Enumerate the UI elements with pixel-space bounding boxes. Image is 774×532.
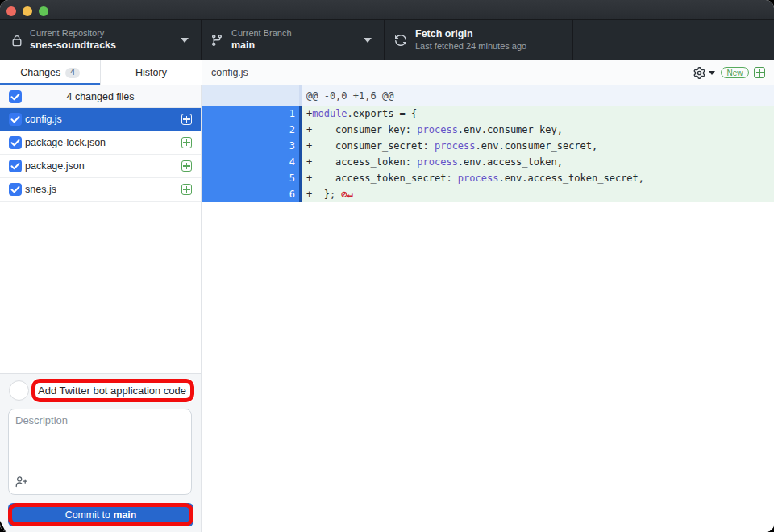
line-number: 5 [289, 172, 299, 184]
changes-count-badge: 4 [65, 68, 80, 78]
diff-line[interactable]: 3+ consumer_secret: process.env.consumer… [202, 138, 774, 154]
app-window: Current Repository snes-soundtracks Curr… [0, 0, 774, 532]
file-row-package-lock-json[interactable]: package-lock.json [0, 131, 201, 155]
hunk-gutter [202, 85, 299, 106]
diff-line-code: + consumer_secret: process.env.consumer_… [302, 138, 774, 154]
diff-view: @@ -0,0 +1,6 @@ 1+module.exports = {2+ c… [202, 85, 774, 202]
diff-line-gutter[interactable]: 3 [202, 138, 299, 154]
hunk-header-text: @@ -0,0 +1,6 @@ [302, 85, 774, 106]
diff-line-gutter[interactable]: 5 [202, 170, 299, 186]
add-coauthor-icon[interactable] [15, 476, 29, 488]
file-checkbox[interactable] [9, 160, 22, 172]
diff-file-name: config.js [211, 67, 693, 78]
lock-icon [12, 35, 22, 47]
diff-line-gutter[interactable]: 1 [202, 106, 299, 122]
file-name: config.js [25, 114, 181, 125]
summary-input[interactable] [38, 379, 193, 402]
line-number: 1 [289, 108, 299, 119]
diff-line-gutter[interactable]: 2 [202, 122, 299, 138]
diff-line-code: + }; ⊘↵ [302, 186, 774, 202]
tab-changes-label: Changes [20, 67, 60, 78]
file-row-package-json[interactable]: package.json [0, 155, 201, 178]
file-row-snes-js[interactable]: snes.js [0, 178, 201, 202]
new-status-badge: New [721, 67, 749, 79]
file-row-config-js[interactable]: config.js [0, 108, 201, 131]
sidebar-tabs: Changes 4 History [0, 60, 202, 85]
current-branch-value: main [231, 39, 292, 52]
mouse-cursor [0, 521, 7, 532]
line-number: 3 [289, 140, 299, 152]
zoom-button[interactable] [39, 6, 48, 16]
file-checkbox[interactable] [9, 136, 22, 149]
tab-history[interactable]: History [101, 60, 202, 85]
chevron-down-icon [364, 38, 372, 43]
commit-form: Commit to main [0, 373, 201, 532]
diff-line[interactable]: 5+ access_token_secret: process.env.acce… [202, 170, 774, 186]
diff-line-code: + access_token: process.env.access_token… [302, 154, 774, 170]
diff-file-header: config.js New [202, 60, 774, 85]
fetch-origin-title: Fetch origin [415, 28, 526, 41]
titlebar [0, 0, 774, 20]
main-pane: config.js New @@ -0,0 +1,6 @@ 1+module.e… [202, 60, 774, 532]
added-file-icon [181, 184, 193, 195]
line-number: 4 [289, 156, 299, 168]
diff-line[interactable]: 2+ consumer_key: process.env.consumer_ke… [202, 122, 774, 138]
description-input[interactable] [15, 414, 185, 471]
current-repository-value: snes-soundtracks [30, 39, 116, 52]
file-name: package-lock.json [25, 137, 181, 148]
sidebar: Changes 4 History 4 changed files config… [0, 60, 202, 532]
toolbar-spacer [573, 20, 774, 60]
tab-changes[interactable]: Changes 4 [0, 60, 101, 85]
file-checkbox[interactable] [9, 183, 22, 196]
fetch-origin-button[interactable]: Fetch origin Last fetched 24 minutes ago [385, 20, 573, 60]
current-repository-button[interactable]: Current Repository snes-soundtracks [0, 20, 202, 60]
current-branch-label: Current Branch [231, 28, 292, 39]
current-branch-button[interactable]: Current Branch main [202, 20, 385, 60]
file-checkbox[interactable] [9, 113, 22, 126]
diff-line[interactable]: 6+ }; ⊘↵ [202, 186, 774, 202]
line-number: 2 [289, 124, 299, 135]
avatar [9, 380, 29, 401]
added-file-icon [181, 160, 193, 172]
commit-button[interactable]: Commit to main [8, 503, 194, 526]
git-branch-icon [210, 34, 223, 47]
changed-files-count: 4 changed files [0, 91, 201, 102]
chevron-down-icon [181, 38, 189, 43]
diff-line[interactable]: 4+ access_token: process.env.access_toke… [202, 154, 774, 170]
changed-files-header: 4 changed files [0, 85, 201, 108]
gear-icon[interactable] [693, 67, 705, 79]
fetch-origin-subtitle: Last fetched 24 minutes ago [415, 41, 526, 52]
chevron-down-icon[interactable] [709, 71, 715, 75]
diff-line-code: +module.exports = { [302, 106, 774, 122]
added-file-icon [181, 137, 193, 148]
commit-button-label: Commit to [65, 509, 110, 521]
line-number: 6 [289, 189, 299, 200]
diff-line-code: + consumer_key: process.env.consumer_key… [302, 122, 774, 138]
diff-line-gutter[interactable]: 6 [202, 186, 299, 202]
commit-button-branch: main [114, 509, 137, 521]
toolbar: Current Repository snes-soundtracks Curr… [0, 20, 774, 60]
hunk-header-row: @@ -0,0 +1,6 @@ [202, 85, 774, 106]
diff-line-code: + access_token_secret: process.env.acces… [302, 170, 774, 186]
summary-field [31, 379, 194, 402]
added-file-icon [181, 114, 193, 125]
diff-line-gutter[interactable]: 4 [202, 154, 299, 170]
minimize-button[interactable] [23, 6, 32, 16]
current-repository-label: Current Repository [30, 28, 116, 39]
plus-square-icon [754, 67, 765, 78]
sync-icon [394, 34, 407, 47]
tab-history-label: History [135, 67, 167, 78]
file-name: snes.js [25, 184, 181, 195]
diff-line[interactable]: 1+module.exports = { [202, 106, 774, 122]
select-all-checkbox[interactable] [9, 90, 22, 103]
description-field [8, 409, 192, 495]
file-name: package.json [25, 160, 181, 172]
close-button[interactable] [6, 6, 16, 16]
